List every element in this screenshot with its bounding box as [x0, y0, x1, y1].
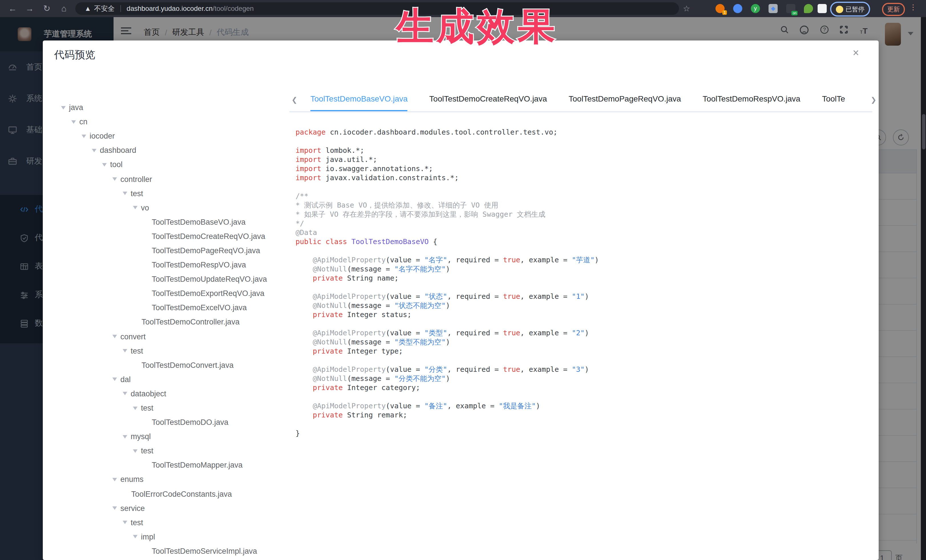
tree-folder[interactable]: test	[43, 344, 288, 358]
caret-down-icon[interactable]	[102, 163, 107, 166]
tree-file[interactable]: ToolTestDemoMapper.java	[43, 458, 288, 472]
tree-node-label: ToolTestDemoDO.java	[152, 418, 228, 427]
caret-down-icon[interactable]	[123, 435, 127, 438]
tree-file[interactable]: ToolTestDemoServiceImpl.java	[43, 544, 288, 558]
tree-file[interactable]: ToolTestDemoUpdateReqVO.java	[43, 272, 288, 286]
tree-folder[interactable]: tool	[43, 158, 288, 172]
caret-down-icon[interactable]	[123, 392, 127, 395]
file-tab-5[interactable]: ToolTe	[822, 87, 845, 112]
back-icon[interactable]: ←	[7, 3, 18, 14]
warning-icon: ▲	[85, 5, 91, 12]
file-tab-4[interactable]: ToolTestDemoRespVO.java	[703, 87, 800, 112]
tree-file[interactable]: ToolErrorCodeConstants.java	[43, 487, 288, 501]
tree-file[interactable]: ToolTestDemoRespVO.java	[43, 258, 288, 272]
extension-on-badge: on	[791, 11, 797, 15]
tabs-prev-icon[interactable]: ❮	[289, 95, 300, 104]
address-bar[interactable]: ▲ 不安全 dashboard.yudao.iocoder.cn/tool/co…	[75, 2, 679, 15]
caret-down-icon[interactable]	[123, 349, 127, 352]
extension-icon-green[interactable]: y	[751, 4, 760, 13]
code-line	[295, 183, 872, 192]
caret-down-icon[interactable]	[112, 335, 117, 338]
tree-node-label: mysql	[131, 432, 151, 441]
tree-node-label: test	[131, 189, 143, 198]
forward-icon[interactable]: →	[24, 3, 35, 14]
extension-icon-list[interactable]: on	[786, 4, 795, 13]
caret-down-icon[interactable]	[133, 406, 138, 410]
tree-node-label: iocoder	[89, 132, 115, 140]
tree-folder[interactable]: enums	[43, 472, 288, 487]
home-icon[interactable]: ⌂	[58, 3, 70, 14]
tree-folder[interactable]: cn	[43, 115, 288, 129]
tree-folder[interactable]: service	[43, 501, 288, 515]
tree-folder[interactable]: controller	[43, 172, 288, 186]
tree-file[interactable]: ToolTestDemoConvert.java	[43, 358, 288, 372]
code-line: private Integer category;	[295, 383, 872, 392]
screen: 芋道管理系统 首页 / 研发工具 / 代码生成 ?	[0, 0, 926, 560]
code-line: }	[295, 429, 872, 438]
close-icon[interactable]: ×	[850, 47, 861, 59]
extension-icon-gem[interactable]: ◆	[769, 4, 778, 13]
file-tab-1[interactable]: ToolTestDemoBaseVO.java	[310, 87, 408, 112]
tree-folder[interactable]: test	[43, 515, 288, 530]
extension-icon-pin[interactable]	[733, 4, 742, 13]
browser-menu-icon[interactable]: ⋮	[909, 3, 917, 11]
tree-folder[interactable]: convert	[43, 329, 288, 344]
tree-file[interactable]: ToolTestDemoPageReqVO.java	[43, 243, 288, 258]
caret-placeholder	[133, 365, 138, 365]
code-line	[295, 283, 872, 292]
caret-down-icon[interactable]	[112, 177, 117, 181]
tree-folder[interactable]: test	[43, 186, 288, 201]
tree-folder[interactable]: dal	[43, 372, 288, 386]
tree-file[interactable]: ToolTestDemoDO.java	[43, 415, 288, 429]
bookmark-star-icon[interactable]: ☆	[683, 4, 690, 13]
caret-down-icon[interactable]	[133, 449, 138, 453]
tree-file[interactable]: ToolTestDemoExcelVO.java	[43, 301, 288, 315]
dialog-title: 代码预览	[54, 48, 95, 62]
caret-down-icon[interactable]	[133, 535, 138, 539]
caret-down-icon[interactable]	[112, 378, 117, 381]
tree-folder[interactable]: dataobject	[43, 386, 288, 401]
code-view[interactable]: package cn.iocoder.dashboard.modules.too…	[295, 128, 872, 560]
extension-icon-orange[interactable]: 1	[716, 4, 725, 13]
tree-folder[interactable]: test	[43, 444, 288, 458]
caret-placeholder	[123, 494, 128, 494]
security-label[interactable]: 不安全	[94, 4, 115, 14]
code-line: /**	[295, 192, 872, 201]
file-tab-3[interactable]: ToolTestDemoPageReqVO.java	[569, 87, 681, 112]
file-tree: javacniocoderdashboardtoolcontrollertest…	[43, 100, 288, 560]
extensions-puzzle-icon[interactable]	[818, 4, 827, 13]
tree-file[interactable]: ToolTestDemoBaseVO.java	[43, 215, 288, 229]
tree-folder[interactable]: iocoder	[43, 129, 288, 143]
tree-file[interactable]: ToolTestDemoExportReqVO.java	[43, 286, 288, 300]
browser-scrollbar[interactable]	[921, 17, 926, 560]
tree-node-label: controller	[120, 175, 152, 183]
caret-down-icon[interactable]	[112, 478, 117, 481]
extension-icon-plant[interactable]	[804, 4, 813, 13]
profile-paused-chip[interactable]: 已暂停	[830, 2, 870, 17]
caret-down-icon[interactable]	[133, 206, 138, 209]
tree-file[interactable]: ToolTestDemoController.java	[43, 315, 288, 329]
url-host: dashboard.yudao.iocoder.cn	[127, 5, 213, 12]
browser-update-button[interactable]: 更新	[882, 3, 905, 16]
reload-icon[interactable]: ↻	[41, 3, 53, 14]
caret-down-icon[interactable]	[82, 134, 86, 138]
tree-node-label: tool	[110, 160, 123, 169]
tree-node-label: convert	[120, 332, 146, 341]
file-tab-2[interactable]: ToolTestDemoCreateReqVO.java	[429, 87, 547, 112]
code-line	[295, 420, 872, 429]
caret-down-icon[interactable]	[123, 192, 127, 195]
caret-down-icon[interactable]	[92, 149, 97, 152]
caret-down-icon[interactable]	[71, 120, 76, 124]
tree-folder[interactable]: mysql	[43, 429, 288, 444]
scrollbar-thumb[interactable]	[922, 114, 925, 149]
caret-down-icon[interactable]	[123, 521, 127, 524]
tree-folder[interactable]: impl	[43, 530, 288, 544]
tree-folder[interactable]: test	[43, 401, 288, 415]
tree-folder[interactable]: vo	[43, 201, 288, 215]
caret-down-icon[interactable]	[112, 506, 117, 510]
caret-down-icon[interactable]	[61, 106, 66, 109]
tree-file[interactable]: ToolTestDemoCreateReqVO.java	[43, 229, 288, 243]
tabs-next-icon[interactable]: ❯	[869, 95, 879, 104]
tree-folder[interactable]: dashboard	[43, 143, 288, 158]
tree-folder[interactable]: java	[43, 100, 288, 115]
